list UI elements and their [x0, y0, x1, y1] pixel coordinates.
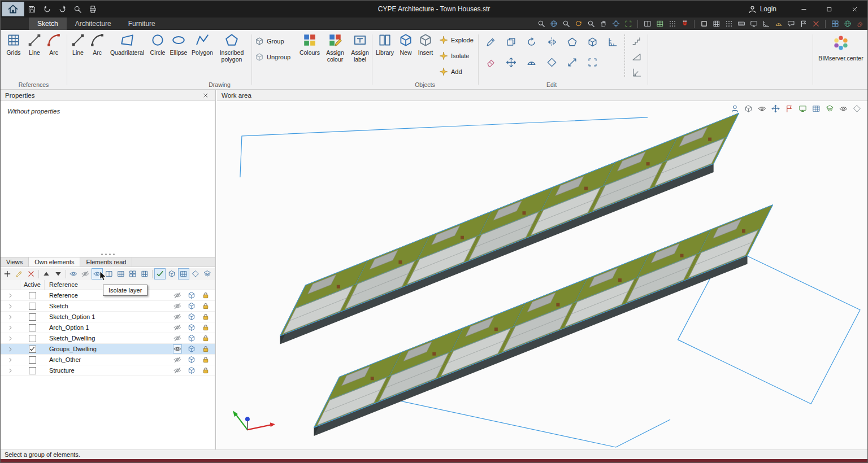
expand-chevron-icon[interactable]: [1, 293, 20, 298]
layer-group-icon[interactable]: [187, 344, 196, 353]
rotate-button[interactable]: [523, 34, 540, 49]
undo-button[interactable]: [43, 5, 51, 14]
eraser-icon[interactable]: [854, 19, 865, 29]
layer-active-checkbox[interactable]: [29, 367, 36, 374]
keyboard-input-icon[interactable]: [736, 19, 747, 29]
zoom-model-icon[interactable]: [548, 19, 559, 29]
expand-chevron-icon[interactable]: [1, 347, 20, 352]
walkthrough-icon[interactable]: [771, 104, 780, 113]
grid-icon[interactable]: [711, 19, 722, 29]
tab-own-elements[interactable]: Own elements: [29, 257, 80, 267]
tab-architecture[interactable]: Architecture: [67, 18, 120, 30]
copy-button[interactable]: [502, 34, 519, 49]
explode-button[interactable]: Explode: [439, 33, 474, 47]
arc-button[interactable]: Arc: [88, 33, 107, 56]
stretch-button[interactable]: [584, 55, 601, 69]
layers-view-icon[interactable]: [825, 104, 835, 113]
protractor-icon[interactable]: [773, 19, 784, 29]
layer-row[interactable]: Sketch_Dwelling: [1, 333, 215, 344]
move-button[interactable]: [502, 55, 519, 69]
layer-group-icon[interactable]: [187, 291, 196, 300]
erase-button[interactable]: [482, 55, 499, 69]
zoom-in-icon[interactable]: [561, 19, 571, 29]
save-button[interactable]: [28, 5, 36, 14]
zoom-extents-icon[interactable]: [623, 19, 633, 29]
split-window-icon[interactable]: [642, 19, 653, 29]
zoom-previous-icon[interactable]: [573, 19, 584, 29]
snap-grid-icon[interactable]: [723, 19, 734, 29]
layer-visibility-icon[interactable]: [173, 302, 182, 311]
zoom-button[interactable]: [73, 5, 82, 14]
new-object-button[interactable]: New: [397, 33, 414, 56]
isolate-button[interactable]: Isolate: [439, 49, 469, 63]
issues-flag-icon[interactable]: [784, 104, 794, 113]
layer-row[interactable]: Sketch: [1, 301, 215, 312]
tab-furniture[interactable]: Furniture: [120, 18, 164, 30]
show-layer-button[interactable]: [68, 268, 79, 279]
snap-points-icon[interactable]: [667, 19, 678, 29]
bim-globe-icon[interactable]: [842, 19, 853, 29]
expand-chevron-icon[interactable]: [1, 304, 20, 309]
layer-active-checkbox[interactable]: [29, 356, 36, 364]
layer-lock-icon[interactable]: [201, 312, 210, 321]
grids-button[interactable]: Grids: [3, 33, 24, 56]
center-view-icon[interactable]: [610, 19, 621, 29]
expand-chevron-icon[interactable]: [1, 336, 20, 341]
move-up-button[interactable]: [41, 268, 52, 279]
delete-icon[interactable]: [810, 19, 821, 29]
add-layer-button[interactable]: [2, 268, 13, 279]
measure-button[interactable]: [604, 34, 621, 49]
ellipse-button[interactable]: Ellipse: [168, 33, 189, 56]
assign-label-button[interactable]: Assign label: [349, 33, 371, 63]
elevation-slope-button[interactable]: [628, 49, 645, 64]
layer-active-checkbox[interactable]: [29, 335, 36, 342]
screen-dimensions-icon[interactable]: [748, 19, 759, 29]
tile-windows-icon[interactable]: [830, 19, 840, 29]
bimserver-button[interactable]: BIMserver.center: [814, 30, 867, 89]
modify-button[interactable]: [482, 34, 499, 49]
new-window-icon[interactable]: [698, 19, 709, 29]
reference-arc-button[interactable]: Arc: [45, 33, 63, 56]
layer-row[interactable]: Arch_Other: [1, 355, 215, 365]
elevation-angle-button[interactable]: [628, 65, 645, 80]
comment-icon[interactable]: [785, 19, 796, 29]
layer-row[interactable]: Structure: [1, 365, 215, 376]
viewport-3d[interactable]: [217, 101, 867, 449]
filter-visible-button[interactable]: [154, 268, 166, 279]
expand-chevron-icon[interactable]: [1, 315, 20, 320]
hide-layer-button[interactable]: [80, 268, 91, 279]
magnet-icon[interactable]: [679, 19, 690, 29]
layer-visibility-icon[interactable]: [173, 291, 182, 300]
rotate-angle-button[interactable]: [523, 55, 540, 69]
expand-chevron-icon[interactable]: [1, 325, 20, 330]
3d-view-icon[interactable]: [852, 104, 862, 113]
scene-3d[interactable]: [217, 101, 867, 449]
layer-row[interactable]: Arch_Option 1: [1, 322, 215, 333]
hide-all-button[interactable]: [139, 268, 150, 279]
redo-button[interactable]: [58, 5, 67, 14]
maximize-button[interactable]: [817, 1, 842, 18]
elevation-stairs-button[interactable]: [628, 33, 645, 48]
expand-chevron-icon[interactable]: [1, 357, 20, 362]
close-button[interactable]: [842, 1, 867, 18]
offset-button[interactable]: [563, 34, 580, 49]
layer-lock-icon[interactable]: [201, 366, 210, 375]
line-button[interactable]: Line: [68, 33, 88, 56]
extrude-button[interactable]: [584, 34, 601, 49]
collapse-groups-button[interactable]: [115, 268, 127, 279]
inscribed-polygon-button[interactable]: Inscribed polygon: [215, 33, 248, 63]
tag-button[interactable]: [190, 268, 201, 279]
insert-object-button[interactable]: Insert: [415, 33, 436, 56]
visibility-icon[interactable]: [839, 104, 848, 113]
mirror-button[interactable]: [543, 34, 560, 49]
layer-group-icon[interactable]: [187, 323, 196, 332]
panel-splitter-handle[interactable]: [1, 254, 215, 255]
pan-icon[interactable]: [598, 19, 609, 29]
colours-button[interactable]: Colours: [298, 33, 322, 56]
layer-visibility-icon[interactable]: [173, 355, 182, 364]
layer-group-icon[interactable]: [187, 355, 196, 364]
layer-visibility-icon[interactable]: [173, 344, 182, 353]
layer-row[interactable]: Groups_Dwelling: [1, 344, 215, 355]
layer-group-icon[interactable]: [187, 334, 196, 343]
tab-views[interactable]: Views: [1, 257, 29, 267]
